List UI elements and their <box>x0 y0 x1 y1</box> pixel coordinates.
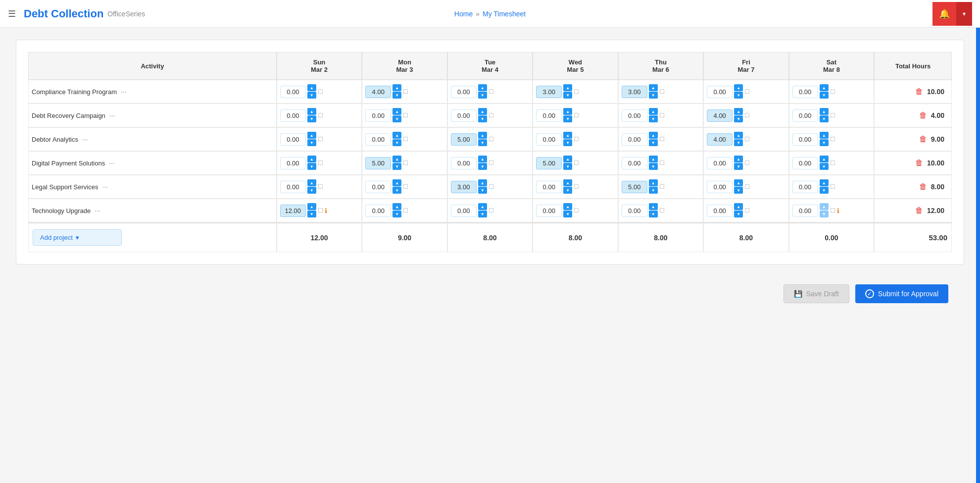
spinner-down-sun-0[interactable]: ▼ <box>307 92 316 99</box>
spinner-up-sat-3[interactable]: ▲ <box>820 156 829 162</box>
note-icon-sun-4[interactable]: ☐ <box>318 183 323 190</box>
hour-input-sat-2[interactable] <box>792 133 818 146</box>
spinner-up-mon-5[interactable]: ▲ <box>392 203 401 210</box>
delete-row-button-4[interactable]: 🗑 <box>919 182 927 191</box>
spinner-up-sat-2[interactable]: ▲ <box>820 132 829 139</box>
hour-input-sat-5[interactable] <box>792 205 818 217</box>
spinner-down-mon-2[interactable]: ▼ <box>392 139 401 146</box>
spinner-up-thu-0[interactable]: ▲ <box>649 84 658 91</box>
spinner-down-sun-2[interactable]: ▼ <box>307 139 316 146</box>
hour-input-thu-3[interactable] <box>622 157 647 169</box>
spinner-down-mon-5[interactable]: ▼ <box>392 211 401 217</box>
hour-input-sat-3[interactable] <box>792 157 818 169</box>
spinner-down-thu-4[interactable]: ▼ <box>649 187 658 194</box>
note-icon-wed-0[interactable]: ☐ <box>574 88 579 95</box>
note-icon-mon-0[interactable]: ☐ <box>403 88 408 95</box>
spinner-up-sun-0[interactable]: ▲ <box>307 84 316 91</box>
note-icon-sat-2[interactable]: ☐ <box>830 136 835 143</box>
spinner-up-tue-1[interactable]: ▲ <box>478 108 487 115</box>
submit-approval-button[interactable]: ✓ Submit for Approval <box>855 284 948 303</box>
spinner-up-sun-3[interactable]: ▲ <box>307 156 316 162</box>
spinner-down-thu-3[interactable]: ▼ <box>649 163 658 170</box>
spinner-down-tue-3[interactable]: ▼ <box>478 163 487 170</box>
note-icon-thu-5[interactable]: ☐ <box>659 207 665 214</box>
row-options-button[interactable]: ··· <box>80 134 90 144</box>
spinner-up-sat-1[interactable]: ▲ <box>820 108 829 115</box>
hour-input-sun-0[interactable] <box>280 86 306 98</box>
spinner-up-sun-5[interactable]: ▲ <box>307 203 316 210</box>
spinner-down-wed-5[interactable]: ▼ <box>563 211 572 217</box>
spinner-down-sat-4[interactable]: ▼ <box>820 187 829 194</box>
hour-input-mon-3[interactable] <box>365 157 391 169</box>
note-icon-fri-3[interactable]: ☐ <box>744 160 750 166</box>
note-icon-tue-2[interactable]: ☐ <box>489 136 494 143</box>
spinner-up-thu-5[interactable]: ▲ <box>649 203 658 210</box>
note-icon-mon-4[interactable]: ☐ <box>403 183 408 190</box>
spinner-down-fri-3[interactable]: ▼ <box>734 163 743 170</box>
spinner-down-tue-5[interactable]: ▼ <box>478 211 487 217</box>
spinner-down-wed-4[interactable]: ▼ <box>563 187 572 194</box>
spinner-up-thu-3[interactable]: ▲ <box>649 156 658 162</box>
spinner-up-fri-3[interactable]: ▲ <box>734 156 743 162</box>
spinner-up-wed-0[interactable]: ▲ <box>563 84 572 91</box>
menu-icon[interactable]: ☰ <box>8 8 16 19</box>
spinner-down-mon-3[interactable]: ▼ <box>392 163 401 170</box>
spinner-up-tue-4[interactable]: ▲ <box>478 179 487 186</box>
note-icon-wed-1[interactable]: ☐ <box>574 112 579 119</box>
spinner-up-wed-4[interactable]: ▲ <box>563 179 572 186</box>
spinner-up-tue-3[interactable]: ▲ <box>478 156 487 162</box>
hour-input-sat-4[interactable] <box>792 181 818 193</box>
note-icon-sun-5[interactable]: ☐ <box>318 207 323 214</box>
spinner-down-sat-2[interactable]: ▼ <box>820 139 829 146</box>
hour-input-mon-5[interactable] <box>365 205 391 217</box>
spinner-up-fri-4[interactable]: ▲ <box>734 179 743 186</box>
spinner-down-sat-1[interactable]: ▼ <box>820 115 829 122</box>
spinner-up-sun-2[interactable]: ▲ <box>307 132 316 139</box>
spinner-up-tue-0[interactable]: ▲ <box>478 84 487 91</box>
note-icon-mon-1[interactable]: ☐ <box>403 112 408 119</box>
row-options-button[interactable]: ··· <box>107 158 117 168</box>
spinner-down-thu-0[interactable]: ▼ <box>649 92 658 99</box>
note-icon-tue-3[interactable]: ☐ <box>489 160 494 166</box>
spinner-up-mon-1[interactable]: ▲ <box>392 108 401 115</box>
note-icon-sun-2[interactable]: ☐ <box>318 136 323 143</box>
spinner-up-mon-0[interactable]: ▲ <box>392 84 401 91</box>
note-icon-fri-1[interactable]: ☐ <box>744 112 750 119</box>
note-icon-mon-3[interactable]: ☐ <box>403 160 408 166</box>
add-project-button[interactable]: Add project ▾ <box>33 229 122 246</box>
delete-row-button-2[interactable]: 🗑 <box>919 135 927 144</box>
spinner-down-wed-0[interactable]: ▼ <box>563 92 572 99</box>
user-dropdown-button[interactable]: ▾ <box>956 2 972 26</box>
spinner-down-fri-2[interactable]: ▼ <box>734 139 743 146</box>
spinner-up-wed-3[interactable]: ▲ <box>563 156 572 162</box>
hour-input-tue-1[interactable] <box>451 109 477 122</box>
note-icon-tue-1[interactable]: ☐ <box>489 112 494 119</box>
note-icon-fri-2[interactable]: ☐ <box>744 136 750 143</box>
spinner-up-wed-1[interactable]: ▲ <box>563 108 572 115</box>
note-icon-tue-5[interactable]: ☐ <box>489 207 494 214</box>
hour-input-fri-0[interactable] <box>707 86 733 98</box>
spinner-up-sun-1[interactable]: ▲ <box>307 108 316 115</box>
hour-input-mon-2[interactable] <box>365 133 391 146</box>
spinner-up-mon-4[interactable]: ▲ <box>392 179 401 186</box>
hour-input-tue-4[interactable] <box>451 181 477 193</box>
spinner-up-thu-1[interactable]: ▲ <box>649 108 658 115</box>
hour-input-thu-0[interactable] <box>622 86 647 98</box>
spinner-down-fri-1[interactable]: ▼ <box>734 115 743 122</box>
note-icon-sat-3[interactable]: ☐ <box>830 160 835 166</box>
note-icon-thu-1[interactable]: ☐ <box>659 112 665 119</box>
spinner-down-sat-5[interactable]: ▼ <box>820 211 829 217</box>
spinner-down-thu-5[interactable]: ▼ <box>649 211 658 217</box>
delete-row-button-3[interactable]: 🗑 <box>915 159 923 167</box>
note-icon-sat-1[interactable]: ☐ <box>830 112 835 119</box>
row-options-button[interactable]: ··· <box>100 182 110 192</box>
spinner-down-wed-1[interactable]: ▼ <box>563 115 572 122</box>
spinner-up-tue-5[interactable]: ▲ <box>478 203 487 210</box>
note-icon-sun-3[interactable]: ☐ <box>318 160 323 166</box>
note-icon-tue-0[interactable]: ☐ <box>489 88 494 95</box>
hour-input-wed-4[interactable] <box>536 181 562 193</box>
spinner-up-wed-5[interactable]: ▲ <box>563 203 572 210</box>
spinner-down-mon-0[interactable]: ▼ <box>392 92 401 99</box>
spinner-up-fri-2[interactable]: ▲ <box>734 132 743 139</box>
hour-input-wed-5[interactable] <box>536 205 562 217</box>
